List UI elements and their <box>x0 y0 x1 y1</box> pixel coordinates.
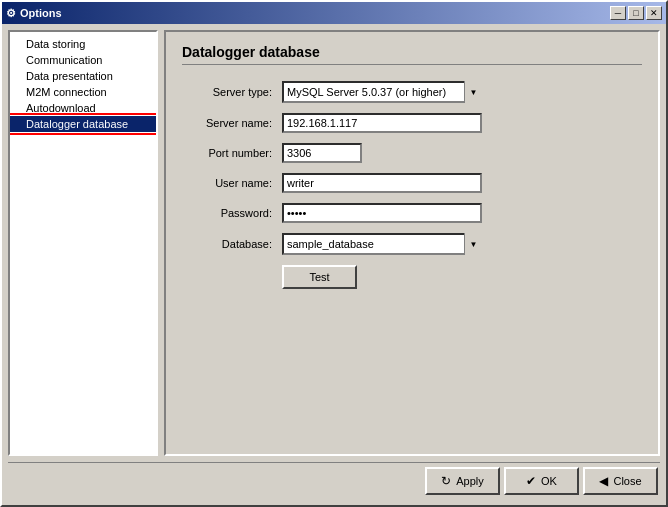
sidebar-item-m2m-connection[interactable]: M2M connection <box>10 84 156 100</box>
sidebar-item-autodownload[interactable]: Autodownload <box>10 100 156 116</box>
title-bar-buttons: ─ □ ✕ <box>610 6 662 20</box>
server-name-label: Server name: <box>182 117 282 129</box>
test-button[interactable]: Test <box>282 265 357 289</box>
user-name-input[interactable] <box>282 173 482 193</box>
window-close-button[interactable]: ✕ <box>646 6 662 20</box>
server-name-row: Server name: <box>182 113 642 133</box>
port-number-input[interactable] <box>282 143 362 163</box>
sidebar-item-data-presentation[interactable]: Data presentation <box>10 68 156 84</box>
user-name-label: User name: <box>182 177 282 189</box>
database-select[interactable]: sample_database <box>282 233 482 255</box>
content-panel: Datalogger database Server type: MySQL S… <box>164 30 660 456</box>
window-title: Options <box>20 7 62 19</box>
server-type-row: Server type: MySQL Server 5.0.37 (or hig… <box>182 81 642 103</box>
database-select-wrapper: sample_database ▼ <box>282 233 482 255</box>
title-bar: ⚙ Options ─ □ ✕ <box>2 2 666 24</box>
apply-icon: ↻ <box>441 474 451 488</box>
server-type-select-wrapper: MySQL Server 5.0.37 (or higher)MySQL Ser… <box>282 81 482 103</box>
sidebar: Data storing Communication Data presenta… <box>8 30 158 456</box>
close-icon: ◀ <box>599 474 608 488</box>
bottom-bar: ↻ Apply ✔ OK ◀ Close <box>8 462 660 499</box>
apply-button[interactable]: ↻ Apply <box>425 467 500 495</box>
port-number-row: Port number: <box>182 143 642 163</box>
title-bar-text: ⚙ Options <box>6 7 62 20</box>
test-button-row: Test <box>182 265 642 289</box>
sidebar-item-data-storing[interactable]: Data storing <box>10 36 156 52</box>
main-area: Data storing Communication Data presenta… <box>8 30 660 456</box>
window-title-icon: ⚙ <box>6 7 16 20</box>
password-input[interactable] <box>282 203 482 223</box>
close-label: Close <box>613 475 641 487</box>
server-type-select[interactable]: MySQL Server 5.0.37 (or higher)MySQL Ser… <box>282 81 482 103</box>
password-label: Password: <box>182 207 282 219</box>
database-row: Database: sample_database ▼ <box>182 233 642 255</box>
options-window: ⚙ Options ─ □ ✕ Data storing Communicati… <box>0 0 668 507</box>
maximize-button[interactable]: □ <box>628 6 644 20</box>
port-number-label: Port number: <box>182 147 282 159</box>
window-body: Data storing Communication Data presenta… <box>2 24 666 505</box>
server-type-label: Server type: <box>182 86 282 98</box>
password-row: Password: <box>182 203 642 223</box>
sidebar-item-communication[interactable]: Communication <box>10 52 156 68</box>
database-label: Database: <box>182 238 282 250</box>
minimize-button[interactable]: ─ <box>610 6 626 20</box>
ok-label: OK <box>541 475 557 487</box>
close-button[interactable]: ◀ Close <box>583 467 658 495</box>
server-name-input[interactable] <box>282 113 482 133</box>
user-name-row: User name: <box>182 173 642 193</box>
ok-icon: ✔ <box>526 474 536 488</box>
panel-title: Datalogger database <box>182 44 642 65</box>
ok-button[interactable]: ✔ OK <box>504 467 579 495</box>
apply-label: Apply <box>456 475 484 487</box>
sidebar-item-datalogger-database[interactable]: Datalogger database <box>10 116 156 132</box>
